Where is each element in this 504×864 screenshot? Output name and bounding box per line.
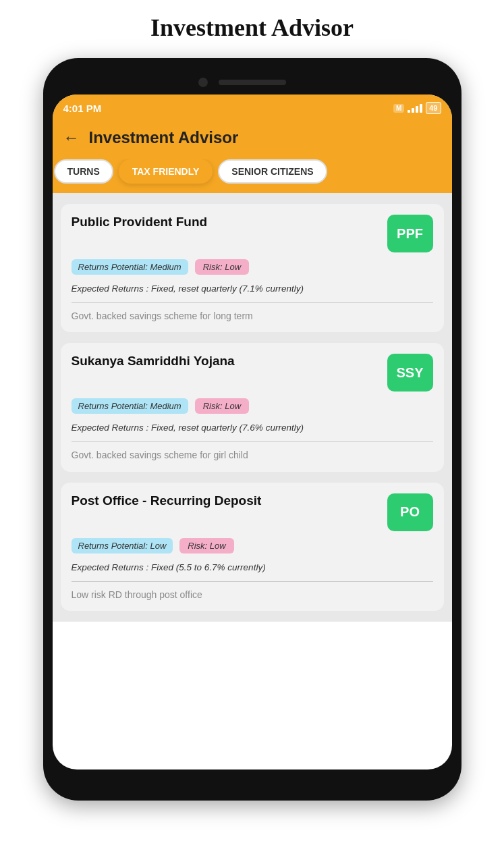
returns-text-po: Expected Returns : Fixed (5.5 to 6.7% cu… bbox=[72, 562, 433, 574]
bar1 bbox=[408, 110, 410, 113]
tag-returns-ppf: Returns Potential: Medium bbox=[72, 259, 188, 275]
status-time: 4:01 PM bbox=[63, 103, 102, 114]
page-title: Investment Advisor bbox=[150, 14, 354, 42]
card-po: Post Office - Recurring Deposit PO Retur… bbox=[61, 483, 444, 611]
tab-senior-citizens[interactable]: SENIOR CITIZENS bbox=[218, 159, 327, 184]
camera-icon bbox=[198, 78, 208, 87]
description-ssy: Govt. backed savings scheme for girl chi… bbox=[72, 449, 433, 462]
returns-text-ppf: Expected Returns : Fixed, reset quarterl… bbox=[72, 283, 433, 296]
description-po: Low risk RD through post office bbox=[72, 589, 433, 602]
description-ppf: Govt. backed savings scheme for long ter… bbox=[72, 310, 433, 323]
status-icons: M 49 bbox=[393, 102, 441, 114]
phone-frame: 4:01 PM M 49 ← Investment bbox=[43, 58, 461, 801]
bar3 bbox=[416, 106, 418, 113]
badge-po: PO bbox=[387, 493, 433, 531]
phone-screen: 4:01 PM M 49 ← Investment bbox=[53, 94, 452, 770]
tag-risk-po: Risk: Low bbox=[179, 538, 233, 554]
tag-returns-ssy: Returns Potential: Medium bbox=[72, 398, 188, 414]
divider-ppf bbox=[72, 302, 433, 303]
card-title-ppf: Public Provident Fund bbox=[72, 215, 387, 230]
card-header-ppf: Public Provident Fund PPF bbox=[72, 215, 433, 252]
card-tags-po: Returns Potential: Low Risk: Low bbox=[72, 538, 433, 554]
tab-returns[interactable]: TURNS bbox=[54, 159, 113, 184]
card-ssy: Sukanya Samriddhi Yojana SSY Returns Pot… bbox=[61, 343, 444, 471]
content-area: Public Provident Fund PPF Returns Potent… bbox=[53, 193, 452, 622]
battery-icon: 49 bbox=[426, 102, 441, 114]
speaker-icon bbox=[219, 80, 286, 85]
tag-returns-po: Returns Potential: Low bbox=[72, 538, 173, 554]
badge-ssy: SSY bbox=[387, 354, 433, 392]
card-tags-ppf: Returns Potential: Medium Risk: Low bbox=[72, 259, 433, 275]
card-ppf: Public Provident Fund PPF Returns Potent… bbox=[61, 204, 444, 332]
tab-bar: TURNS TAX FRIENDLY SENIOR CITIZENS bbox=[53, 159, 452, 193]
signal-bars bbox=[408, 103, 422, 113]
divider-po bbox=[72, 581, 433, 582]
phone-notch bbox=[53, 73, 452, 92]
card-title-ssy: Sukanya Samriddhi Yojana bbox=[72, 354, 387, 369]
badge-ppf: PPF bbox=[387, 215, 433, 252]
bar2 bbox=[412, 108, 414, 113]
battery-level: 49 bbox=[429, 104, 437, 112]
card-header-po: Post Office - Recurring Deposit PO bbox=[72, 493, 433, 531]
tag-risk-ppf: Risk: Low bbox=[195, 259, 249, 275]
header-title: Investment Advisor bbox=[89, 128, 239, 147]
app-header: ← Investment Advisor bbox=[53, 120, 452, 159]
card-tags-ssy: Returns Potential: Medium Risk: Low bbox=[72, 398, 433, 414]
tab-tax-friendly[interactable]: TAX FRIENDLY bbox=[119, 159, 213, 184]
returns-text-ssy: Expected Returns : Fixed, reset quarterl… bbox=[72, 422, 433, 435]
divider-ssy bbox=[72, 441, 433, 442]
bar4 bbox=[420, 104, 422, 113]
card-header-ssy: Sukanya Samriddhi Yojana SSY bbox=[72, 354, 433, 392]
tag-risk-ssy: Risk: Low bbox=[195, 398, 249, 414]
page-wrapper: Investment Advisor 4:01 PM M bbox=[0, 0, 504, 864]
card-title-po: Post Office - Recurring Deposit bbox=[72, 493, 387, 508]
network-icon: M bbox=[393, 104, 404, 113]
status-bar: 4:01 PM M 49 bbox=[53, 94, 452, 120]
back-button[interactable]: ← bbox=[63, 130, 80, 146]
